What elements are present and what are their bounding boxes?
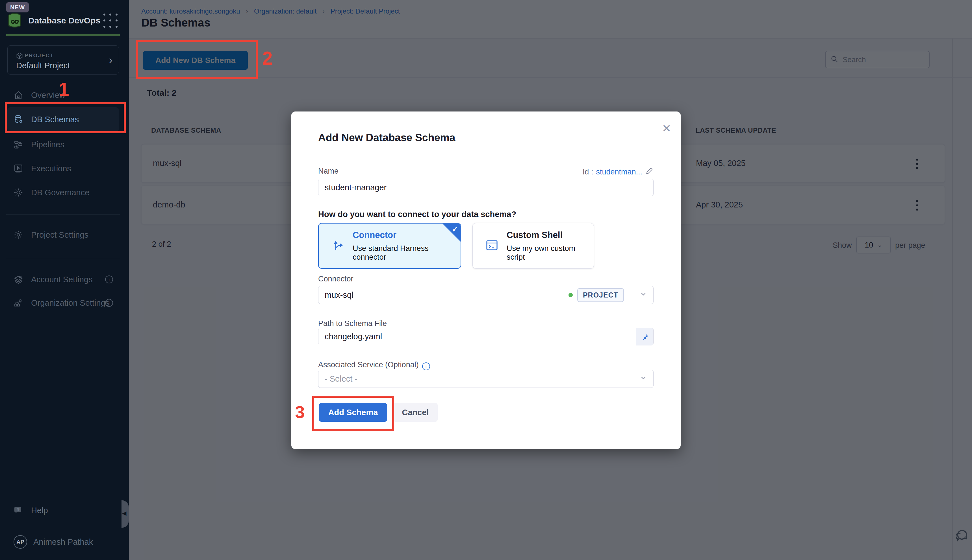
scope-badge: PROJECT (577, 288, 624, 302)
sidebar-item-label: Account Settings (31, 275, 93, 284)
info-icon[interactable]: i (105, 275, 113, 283)
connector-branch-icon (331, 238, 345, 253)
brand-rule (6, 35, 120, 35)
sidebar-collapse-handle[interactable] (122, 500, 129, 528)
path-value: changelog.yaml (325, 332, 382, 341)
info-icon[interactable]: i (105, 299, 113, 307)
option-subtitle: Use standard Harness connector (353, 244, 460, 262)
home-icon (13, 90, 23, 100)
path-input[interactable]: changelog.yaml (318, 328, 654, 345)
sidebar-item-project-settings[interactable]: Project Settings (0, 223, 129, 247)
help-chat-icon: ? (13, 505, 23, 515)
sidebar-item-db-governance[interactable]: DB Governance (0, 180, 129, 205)
user-name: Animesh Pathak (33, 537, 93, 547)
gear-icon (13, 230, 23, 240)
pipelines-icon (13, 140, 23, 149)
app-logo-icon (6, 11, 24, 30)
connectivity-status-dot (569, 293, 573, 297)
connector-select[interactable]: mux-sql PROJECT (318, 286, 654, 304)
app-title: Database DevOps (28, 16, 100, 25)
new-badge: NEW (6, 2, 29, 12)
edit-pencil-icon[interactable] (645, 167, 654, 177)
check-icon: ✓ (452, 225, 458, 234)
divider (6, 214, 120, 215)
modal-title: Add New Database Schema (318, 132, 455, 144)
chevron-down-icon (640, 374, 647, 383)
chevron-down-icon (640, 290, 647, 300)
select-placeholder: - Select - (325, 374, 358, 383)
cancel-button[interactable]: Cancel (393, 403, 438, 422)
id-label: Id : (583, 168, 593, 177)
associated-service-label: Associated Service (Optional)i (318, 360, 430, 370)
associated-service-text: Associated Service (Optional) (318, 360, 419, 369)
annotation-box-1 (5, 102, 126, 133)
layers-gear-icon (13, 275, 23, 284)
close-icon[interactable]: ✕ (660, 122, 673, 135)
terminal-icon (485, 238, 499, 253)
annotation-box-2 (136, 40, 258, 79)
svg-text:?: ? (17, 508, 20, 512)
option-subtitle: Use my own custom script (507, 244, 594, 262)
sidebar-item-label: Project Settings (31, 230, 89, 240)
connect-question: How do you want to connect to your data … (318, 210, 516, 219)
module-grid-icon[interactable] (104, 13, 119, 29)
org-gear-icon (13, 298, 23, 308)
sidebar-item-executions[interactable]: Executions (0, 157, 129, 181)
user-profile[interactable]: AP Animesh Pathak (0, 530, 129, 554)
chevron-right-icon: › (109, 54, 112, 66)
annotation-number-1: 1 (59, 78, 69, 100)
option-card-custom-shell[interactable]: Custom Shell Use my own custom script (472, 223, 594, 269)
sidebar-item-label: Executions (31, 164, 71, 173)
path-label: Path to Schema File (318, 319, 387, 328)
sidebar-item-label: Organization Settings (31, 298, 109, 308)
info-icon[interactable]: i (422, 362, 430, 370)
associated-service-select[interactable]: - Select - (318, 370, 654, 388)
connector-value: mux-sql (325, 290, 353, 300)
name-label: Name (318, 167, 338, 175)
annotation-box-3 (312, 396, 394, 431)
sidebar-item-label: DB Governance (31, 188, 89, 197)
support-chat-icon[interactable] (956, 528, 971, 544)
annotation-number-2: 2 (262, 47, 273, 69)
option-title: Custom Shell (507, 230, 594, 240)
project-name: Default Project (16, 61, 70, 70)
option-card-connector[interactable]: Connector Use standard Harness connector… (318, 223, 461, 269)
sidebar-item-label: Help (31, 506, 48, 515)
project-selector[interactable]: PROJECT Default Project › (7, 45, 119, 75)
avatar: AP (13, 535, 27, 549)
project-scope-label: PROJECT (25, 52, 54, 59)
divider (6, 259, 120, 259)
schema-name-input[interactable] (318, 179, 654, 196)
id-value[interactable]: studentman... (596, 168, 642, 177)
connector-label: Connector (318, 275, 353, 283)
governance-gear-icon (13, 188, 23, 197)
page: NEW Database DevOps PROJECT Default Proj… (0, 0, 972, 560)
sidebar-item-help[interactable]: ? Help (0, 498, 129, 522)
entity-id-row: Id : studentman... (583, 167, 654, 177)
annotation-number-3: 3 (295, 402, 304, 422)
sidebar-item-pipelines[interactable]: Pipelines (0, 132, 129, 157)
sidebar-item-label: Pipelines (31, 140, 64, 149)
executions-icon (13, 164, 23, 173)
cube-icon (15, 52, 23, 61)
pin-icon[interactable] (636, 328, 653, 345)
